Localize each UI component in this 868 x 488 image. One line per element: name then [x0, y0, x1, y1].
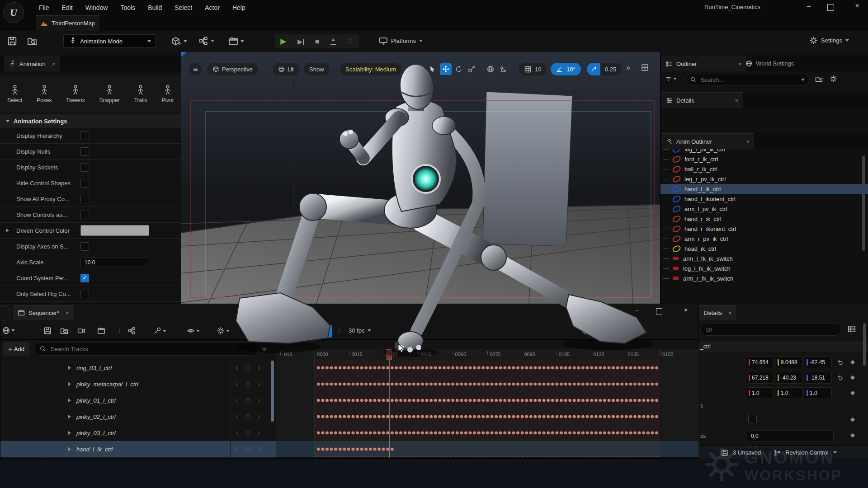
anim-outliner-item[interactable]: hand_l_ikorient_ctrl [660, 194, 868, 204]
tool-trails[interactable]: Trails [134, 84, 147, 103]
track-search[interactable] [34, 342, 258, 356]
close-icon[interactable]: × [735, 97, 738, 104]
track-row[interactable]: pinky_01_l_ctrl [0, 392, 276, 409]
anim-outliner-item[interactable]: ball_r_ik_ctrl [660, 164, 868, 174]
select-tool[interactable] [427, 64, 438, 75]
outliner-new-folder-button[interactable] [815, 75, 823, 83]
track-row[interactable]: pinky_metacarpal_l_ctrl [0, 376, 276, 393]
track-row[interactable]: ring_03_l_ctrl [0, 360, 276, 376]
anim-outliner-item[interactable]: foot_r_ik_ctrl [660, 154, 868, 164]
scrollbar[interactable] [862, 156, 865, 251]
level-tab[interactable]: ThirdPersonMap [36, 15, 99, 31]
surface-snap-toggle[interactable] [498, 64, 509, 75]
animation-settings-header[interactable]: Animation Settings [0, 114, 181, 128]
add-key-icon[interactable] [245, 365, 251, 371]
checkbox[interactable] [80, 147, 89, 156]
reset-icon[interactable] [837, 374, 844, 381]
play-button[interactable]: ▶ [280, 37, 286, 46]
move-tool[interactable] [440, 63, 452, 75]
expander-icon[interactable] [68, 382, 71, 386]
prev-key-icon[interactable] [236, 366, 241, 370]
camera-button[interactable] [77, 327, 85, 335]
track-search-input[interactable] [50, 345, 223, 353]
menu-actor[interactable]: Actor [198, 4, 226, 11]
platforms-dropdown[interactable]: Platforms [379, 36, 423, 45]
checkbox[interactable] [80, 211, 89, 219]
sequencer-tab[interactable]: Sequencer* × [13, 305, 74, 320]
misc-checkbox[interactable] [748, 415, 757, 425]
render-movie-button[interactable] [97, 327, 105, 335]
next-key-icon[interactable] [256, 366, 260, 370]
snap-options-icon[interactable]: ⋮ [336, 326, 342, 333]
checkbox[interactable] [80, 195, 89, 203]
next-key-icon[interactable] [256, 431, 260, 435]
add-key-icon[interactable] [245, 398, 251, 404]
next-key-icon[interactable] [256, 447, 260, 451]
checkbox[interactable] [80, 290, 89, 298]
mode-select-dropdown[interactable]: Animation Mode [63, 34, 156, 48]
tool-snapper[interactable]: Snapper [99, 84, 119, 103]
anim-outliner-item[interactable]: leg_l_pv_ik_ctrl [660, 149, 868, 154]
world-space-toggle[interactable] [485, 64, 496, 75]
stop-button[interactable]: ■ [315, 38, 319, 45]
checkbox[interactable] [80, 131, 89, 140]
details-scrollbar[interactable] [863, 323, 866, 366]
play-options-icon[interactable]: ⋮ [347, 38, 354, 45]
blueprints-button[interactable] [199, 36, 214, 46]
prev-key-icon[interactable] [236, 382, 241, 386]
close-icon[interactable]: × [66, 310, 69, 316]
viewport-corner-handle[interactable] [181, 52, 186, 57]
checkbox[interactable]: ✓ [80, 274, 89, 282]
tool-pivot[interactable]: Pivot [161, 84, 174, 103]
outliner-search[interactable] [685, 74, 810, 85]
vector-field[interactable]: 67.218 [747, 372, 774, 384]
browse-content-button[interactable] [27, 36, 37, 46]
anim-outliner-item[interactable]: arm_r_pv_ik_ctrl [660, 234, 868, 244]
keyframe-diamond-icon[interactable]: ◆ [850, 389, 855, 396]
sequencer-minimize-button[interactable]: – [631, 306, 643, 313]
revision-control-button[interactable]: Revision Control [785, 449, 828, 456]
anim-outliner-item[interactable]: arm_r_fk_ik_switch [660, 273, 868, 283]
eject-button[interactable]: ▲ [330, 38, 336, 46]
world-dropdown[interactable] [2, 327, 15, 334]
track-row[interactable]: hand_l_ik_ctrl [0, 441, 276, 458]
cinematics-button[interactable] [228, 36, 244, 46]
menu-help[interactable]: Help [226, 4, 252, 11]
window-minimize-button[interactable]: – [802, 2, 815, 13]
anim-outliner-item[interactable]: arm_l_pv_ik_ctrl [660, 204, 868, 214]
track-row[interactable]: pinky_03_l_ctrl [0, 425, 276, 441]
rotate-tool[interactable] [453, 64, 464, 75]
track-scrollbar[interactable] [271, 361, 274, 422]
playback-options-dropdown[interactable] [217, 327, 230, 335]
browse-sequence-button[interactable] [60, 327, 68, 335]
snap-toggle[interactable] [317, 325, 332, 338]
checkbox[interactable] [80, 242, 89, 251]
next-key-icon[interactable] [256, 414, 260, 419]
unsaved-count[interactable]: 3 Unsaved [733, 449, 761, 456]
sequence-breadcrumb[interactable]: Q_EnemyReveal* [581, 327, 676, 334]
add-key-icon[interactable] [245, 381, 251, 387]
keyframe-diamond-icon[interactable]: ◆ [850, 416, 855, 422]
expander-icon[interactable] [68, 431, 71, 435]
close-icon[interactable]: × [746, 138, 750, 145]
step-forward-button[interactable]: ▶ [297, 38, 304, 45]
view-options-dropdown[interactable] [187, 327, 200, 335]
close-icon[interactable]: × [52, 61, 56, 67]
tool-poses[interactable]: Poses [37, 84, 52, 103]
viewport-menu-button[interactable] [189, 63, 202, 75]
scalability-badge[interactable]: Scalability: Medium [340, 63, 401, 75]
settings-dropdown[interactable]: Settings [809, 36, 849, 45]
window-close-button[interactable]: × [851, 2, 863, 13]
animation-panel-tab[interactable]: Animation × [4, 56, 60, 71]
maximize-viewport-button[interactable] [641, 64, 649, 71]
add-track-button[interactable]: + Add [3, 342, 29, 356]
reset-icon[interactable] [837, 359, 844, 366]
prev-key-icon[interactable] [236, 431, 241, 435]
keyframe-diamond-icon[interactable]: ◆ [850, 432, 855, 438]
more-options-icon[interactable]: ⋮ [116, 326, 123, 333]
vector-field[interactable]: 9.0488 [776, 357, 803, 368]
sequencer-settings-dropdown[interactable] [153, 327, 166, 335]
anim-outliner-item[interactable]: hand_l_ik_ctrl [660, 184, 868, 194]
expander-icon[interactable] [68, 447, 71, 451]
checkbox[interactable] [80, 163, 89, 172]
